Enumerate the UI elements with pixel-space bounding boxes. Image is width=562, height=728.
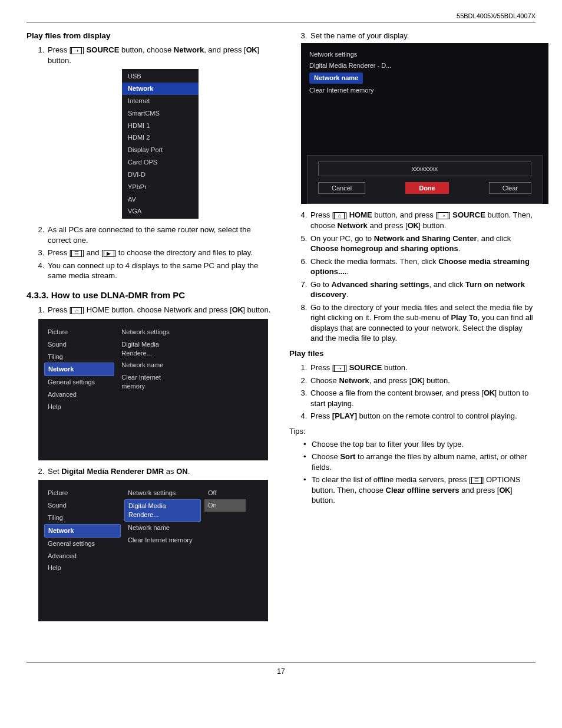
left-column: Play files from display Press [➝] SOURCE… — [27, 31, 273, 628]
right-column: Set the name of your display. Network se… — [289, 31, 535, 628]
name-input[interactable]: xxxxxxxx — [318, 162, 531, 176]
menu-item: Internet — [122, 95, 199, 107]
menu-item: USB — [122, 70, 199, 83]
menu-item: HDMI 2 — [122, 131, 199, 144]
network-name-list: Network settings Digital Media Renderer … — [301, 43, 548, 149]
settings-left-pane: Picture Sound Tiling Network General set… — [44, 326, 114, 453]
network-name-selected: Network name — [309, 73, 363, 84]
dlna-step-7: Go to Advanced sharing settings, and cli… — [309, 279, 535, 300]
done-button[interactable]: Done — [405, 182, 449, 195]
settings-left-pane: Picture Sound Tiling Network General set… — [44, 487, 121, 614]
settings-menu-2: Picture Sound Tiling Network General set… — [38, 480, 268, 621]
tip-3: To clear the list of offline media serve… — [303, 475, 535, 506]
play-files-subhead: Play files — [289, 348, 535, 359]
step-4: You can connect up to 4 displays to the … — [47, 261, 273, 281]
source-menu: USB Network Internet SmartCMS HDMI 1 HDM… — [122, 69, 199, 219]
source-icon: ➝ — [334, 365, 345, 372]
step-2: As all PCs are connected to the same rou… — [47, 225, 273, 245]
settings-mid-pane: Network settings Digital Media Rendere..… — [118, 326, 188, 453]
pf-step-2: Choose Network, and press [OK] button. — [309, 375, 535, 386]
step-3: Press [☰] and [▶] to choose the director… — [47, 248, 273, 258]
dlna-step-4: Press [⌂] HOME button, and press [➝] SOU… — [309, 210, 535, 230]
dlna-steps-cont: Set the name of your display. Network se… — [289, 31, 535, 344]
menu-item: VGA — [122, 205, 199, 218]
tips-list: Choose the top bar to filter your files … — [289, 439, 535, 506]
tip-2: Choose Sort to arrange the files by albu… — [303, 452, 535, 472]
network-name-dialog: Network settings Digital Media Renderer … — [301, 43, 548, 204]
dlna-step-8: Go to the directory of your media files … — [309, 302, 535, 344]
dlna-step-1: Press [⌂] HOME button, choose Network an… — [47, 305, 273, 460]
dlna-step-6: Check the media formats. Then, click Cho… — [309, 256, 535, 277]
home-icon: ⌂ — [334, 212, 345, 219]
pf-step-1: Press [➝] SOURCE button. — [309, 363, 535, 373]
menu-item: Display Port — [122, 144, 199, 156]
menu-item-selected: Network — [122, 83, 199, 95]
cancel-button[interactable]: Cancel — [318, 182, 365, 195]
page-number: 17 — [277, 667, 285, 676]
menu-item: Card OPS — [122, 156, 199, 169]
dlna-steps: Press [⌂] HOME button, choose Network an… — [27, 305, 273, 621]
play-files-steps: Press [➝] SOURCE button, choose Network,… — [27, 45, 273, 281]
model-number: 55BDL4005X/55BDL4007X — [457, 12, 535, 19]
source-icon: ➝ — [71, 47, 82, 54]
page-header: 55BDL4005X/55BDL4007X — [27, 12, 535, 22]
menu-item: DVI-D — [122, 169, 199, 181]
play-files-steps-2: Press [➝] SOURCE button. Choose Network,… — [289, 363, 535, 421]
menu-item: AV — [122, 193, 199, 206]
menu-item: HDMI 1 — [122, 120, 199, 132]
settings-right-pane: Off On — [204, 487, 246, 614]
play-files-heading: Play files from display — [27, 31, 273, 41]
dlna-step-5: On your PC, go to Network and Sharing Ce… — [309, 233, 535, 254]
pf-step-3: Choose a file from the content browser, … — [309, 388, 535, 409]
settings-menu-1: Picture Sound Tiling Network General set… — [38, 319, 268, 460]
menu-item: SmartCMS — [122, 107, 199, 120]
home-icon: ⌂ — [71, 307, 82, 314]
settings-mid-pane: Network settings Digital Media Rendere..… — [124, 487, 201, 614]
tips-label: Tips: — [289, 426, 535, 437]
name-input-box: xxxxxxxx Cancel Done Clear — [307, 155, 543, 205]
step-1: Press [➝] SOURCE button, choose Network,… — [47, 45, 273, 219]
page-footer: 17 — [27, 663, 535, 676]
menu-item: YPbPr — [122, 181, 199, 193]
dlna-step-3: Set the name of your display. Network se… — [309, 31, 535, 205]
nav-icon: ☰ — [71, 250, 82, 257]
options-icon: ☰ — [471, 477, 482, 484]
content-columns: Play files from display Press [➝] SOURCE… — [27, 31, 535, 628]
dlna-heading: 4.3.3. How to use DLNA-DMR from PC — [27, 289, 273, 301]
clear-button[interactable]: Clear — [489, 182, 531, 195]
dlna-step-2: Set Digital Media Renderer DMR as ON. Pi… — [47, 466, 273, 622]
source-icon: ➝ — [438, 212, 448, 219]
dialog-buttons: Cancel Done Clear — [318, 182, 531, 195]
tip-1: Choose the top bar to filter your files … — [303, 439, 535, 450]
nav-icon: ▶ — [104, 250, 114, 257]
pf-step-4: Press [PLAY] button on the remote contro… — [309, 411, 535, 421]
